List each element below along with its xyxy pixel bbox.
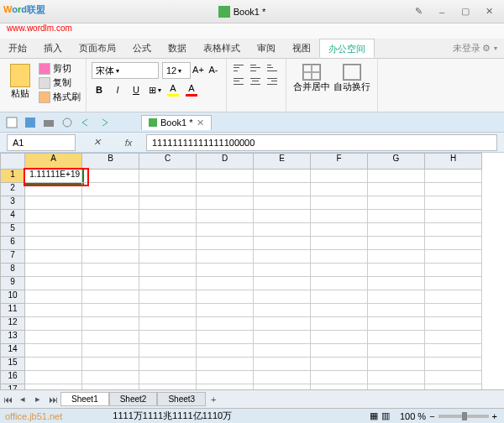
align-center-button[interactable]	[249, 76, 262, 87]
cell[interactable]	[311, 237, 368, 250]
cell[interactable]	[197, 183, 254, 196]
col-header[interactable]: C	[139, 153, 197, 170]
tab-layout[interactable]: 页面布局	[71, 39, 124, 58]
redo-icon[interactable]	[97, 116, 111, 129]
cell[interactable]	[139, 250, 197, 264]
cell[interactable]	[311, 317, 368, 331]
row-header[interactable]: 2	[0, 183, 25, 196]
close-button[interactable]: ✕	[479, 4, 499, 19]
row-header[interactable]: 11	[0, 304, 25, 317]
cell[interactable]	[197, 170, 254, 183]
cell[interactable]	[254, 210, 311, 223]
cell[interactable]	[25, 304, 82, 317]
tab-formula[interactable]: 公式	[124, 39, 160, 58]
next-sheet-button[interactable]: ▸	[30, 392, 45, 407]
zoom-level[interactable]: 100 %	[400, 411, 426, 421]
align-left-button[interactable]	[232, 76, 245, 87]
font-name-select[interactable]: 宋体▾	[92, 62, 159, 79]
wrap-text-button[interactable]: 自动换行	[332, 62, 372, 108]
cell[interactable]	[82, 277, 139, 290]
tab-table-style[interactable]: 表格样式	[195, 39, 249, 58]
cell[interactable]	[82, 304, 139, 317]
cell[interactable]	[139, 277, 197, 290]
cell[interactable]	[311, 371, 368, 384]
cell[interactable]	[425, 210, 482, 223]
tab-review[interactable]: 审阅	[249, 39, 284, 58]
cell[interactable]	[25, 264, 82, 277]
cell[interactable]	[82, 250, 139, 264]
row-header[interactable]: 6	[0, 237, 25, 250]
cell[interactable]	[311, 344, 368, 358]
cell[interactable]	[425, 183, 482, 196]
paste-button[interactable]: 粘贴	[5, 62, 35, 108]
cell[interactable]	[425, 237, 482, 250]
cell[interactable]	[25, 210, 82, 223]
cell[interactable]	[311, 331, 368, 344]
row-header[interactable]: 5	[0, 223, 25, 237]
zoom-out-button[interactable]: −	[429, 411, 434, 421]
col-header[interactable]: E	[254, 153, 311, 170]
cell[interactable]	[82, 358, 139, 371]
cell[interactable]	[139, 196, 197, 210]
new-icon[interactable]	[5, 116, 18, 129]
cell[interactable]	[197, 290, 254, 304]
row-header[interactable]: 13	[0, 331, 25, 344]
cell[interactable]	[139, 170, 197, 183]
first-sheet-button[interactable]: ⏮	[0, 392, 15, 407]
view-page-icon[interactable]: ▥	[381, 410, 390, 421]
cell[interactable]	[368, 210, 425, 223]
cell[interactable]	[254, 183, 311, 196]
cell[interactable]	[197, 277, 254, 290]
cell[interactable]	[197, 371, 254, 384]
col-header[interactable]: F	[311, 153, 368, 170]
cell[interactable]	[25, 223, 82, 237]
undo-icon[interactable]	[79, 116, 92, 129]
cell[interactable]	[139, 183, 197, 196]
cell[interactable]	[254, 304, 311, 317]
cell[interactable]	[254, 277, 311, 290]
cell[interactable]	[197, 237, 254, 250]
cell[interactable]	[254, 331, 311, 344]
cell[interactable]	[368, 250, 425, 264]
copy-button[interactable]: 复制	[39, 76, 81, 89]
formula-input[interactable]: 11111111111111100000	[146, 134, 497, 151]
col-header[interactable]: A	[25, 153, 82, 170]
cell[interactable]	[82, 183, 139, 196]
cell[interactable]	[139, 371, 197, 384]
cell[interactable]	[311, 358, 368, 371]
cell[interactable]	[425, 290, 482, 304]
row-header[interactable]: 10	[0, 290, 25, 304]
cell[interactable]	[139, 344, 197, 358]
cell[interactable]	[368, 277, 425, 290]
cell[interactable]	[425, 344, 482, 358]
align-middle-button[interactable]	[249, 62, 262, 74]
cell[interactable]	[82, 317, 139, 331]
settings-icon[interactable]: ⚙	[482, 43, 491, 54]
row-header[interactable]: 9	[0, 277, 25, 290]
cell[interactable]	[311, 264, 368, 277]
cell[interactable]	[254, 358, 311, 371]
cell[interactable]	[139, 210, 197, 223]
sheet-tab[interactable]: Sheet2	[109, 392, 158, 406]
cell[interactable]	[25, 277, 82, 290]
cell[interactable]	[254, 170, 311, 183]
document-tab[interactable]: Book1 * ✕	[141, 115, 212, 130]
cell[interactable]	[82, 371, 139, 384]
cell[interactable]	[368, 170, 425, 183]
add-sheet-button[interactable]: +	[206, 392, 221, 407]
row-header[interactable]: 12	[0, 317, 25, 331]
cell[interactable]	[254, 371, 311, 384]
cell[interactable]	[368, 358, 425, 371]
cell[interactable]	[139, 331, 197, 344]
cell[interactable]	[425, 277, 482, 290]
cancel-icon[interactable]: ✕	[86, 134, 108, 151]
row-header[interactable]: 7	[0, 250, 25, 264]
cell[interactable]	[197, 331, 254, 344]
cell[interactable]	[254, 290, 311, 304]
cell[interactable]	[368, 196, 425, 210]
cell[interactable]	[425, 196, 482, 210]
cell[interactable]	[368, 264, 425, 277]
cell[interactable]	[197, 264, 254, 277]
zoom-in-button[interactable]: +	[492, 411, 497, 421]
cell[interactable]	[368, 344, 425, 358]
